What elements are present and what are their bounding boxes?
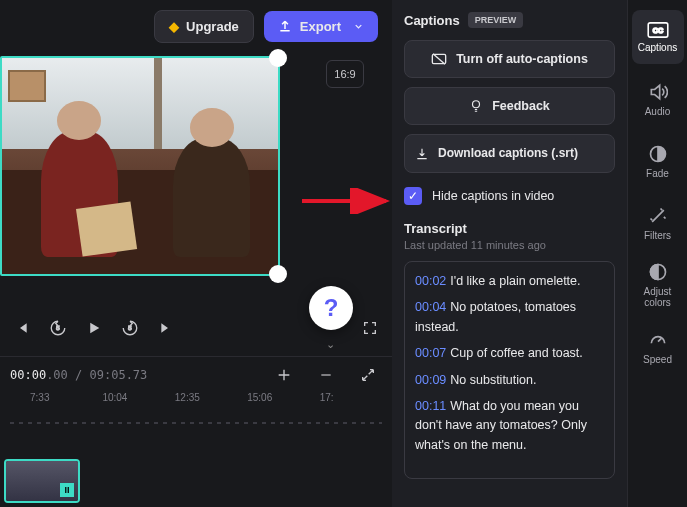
transcript-line[interactable]: 00:07Cup of coffee and toast. <box>415 344 604 363</box>
contrast-icon <box>648 262 668 282</box>
ruler-tick: 15:06 <box>247 392 319 418</box>
svg-point-5 <box>473 101 480 108</box>
transcript-line[interactable]: 00:04No potatoes, tomatoes instead. <box>415 298 604 337</box>
panel-title: Captions <box>404 13 460 28</box>
chevron-down-icon <box>353 21 364 32</box>
rail-label: Adjust colors <box>632 286 684 308</box>
rail-speed[interactable]: Speed <box>632 320 684 374</box>
timecode: 00:00.00 / 09:05.73 <box>10 368 147 382</box>
svg-text:5: 5 <box>56 325 60 331</box>
rewind-5-icon[interactable]: 5 <box>44 314 72 342</box>
gauge-icon <box>648 330 668 350</box>
skip-start-icon[interactable] <box>8 314 36 342</box>
checkbox-label: Hide captions in video <box>432 189 554 203</box>
top-bar: ◆ Upgrade Export <box>0 0 392 52</box>
speaker-icon <box>648 82 668 102</box>
svg-text:5: 5 <box>128 325 132 331</box>
export-button[interactable]: Export <box>264 11 378 42</box>
rail-label: Audio <box>645 106 671 117</box>
rail-fade[interactable]: Fade <box>632 134 684 188</box>
clip-pause-icon: II <box>60 483 74 497</box>
ruler-tick: 17: <box>320 392 392 418</box>
zoom-out-icon[interactable] <box>312 361 340 389</box>
transcript-line[interactable]: 00:09No substitution. <box>415 371 604 390</box>
export-label: Export <box>300 19 341 34</box>
hide-captions-row: ✓ Hide captions in video <box>404 187 615 205</box>
rail-label: Captions <box>638 42 677 53</box>
preview-badge: PREVIEW <box>468 12 524 28</box>
download-captions-button[interactable]: Download captions (.srt) <box>404 134 615 173</box>
upload-icon <box>278 19 292 33</box>
rail-label: Fade <box>646 168 669 179</box>
lightbulb-icon <box>469 99 483 113</box>
cc-icon: CC <box>647 22 669 38</box>
button-label: Turn off auto-captions <box>456 52 588 66</box>
timeline-tracks[interactable]: II <box>0 420 392 507</box>
captions-off-icon <box>431 52 447 66</box>
add-icon[interactable] <box>270 361 298 389</box>
resize-handle-tr[interactable] <box>269 49 287 67</box>
rail-filters[interactable]: Filters <box>632 196 684 250</box>
forward-5-icon[interactable]: 5 <box>116 314 144 342</box>
play-icon[interactable] <box>80 314 108 342</box>
resize-handle-br[interactable] <box>269 265 287 283</box>
rail-audio[interactable]: Audio <box>632 72 684 126</box>
svg-text:CC: CC <box>652 26 662 34</box>
transcript-line[interactable]: 00:11What do you mean you don't have any… <box>415 397 604 455</box>
right-rail: CC Captions Audio Fade Filters Adjust co… <box>627 0 687 507</box>
timeline-bar: 00:00.00 / 09:05.73 <box>0 356 392 392</box>
button-label: Download captions (.srt) <box>438 146 578 161</box>
aspect-ratio-button[interactable]: 16:9 <box>326 60 364 88</box>
transcript-heading: Transcript <box>404 221 615 236</box>
feedback-button[interactable]: Feedback <box>404 87 615 125</box>
collapse-chevron-icon[interactable]: ⌄ <box>326 338 335 351</box>
button-label: Feedback <box>492 99 550 113</box>
fade-icon <box>648 144 668 164</box>
hide-captions-checkbox[interactable]: ✓ <box>404 187 422 205</box>
turn-off-auto-captions-button[interactable]: Turn off auto-captions <box>404 40 615 78</box>
fit-icon[interactable] <box>354 361 382 389</box>
rail-label: Speed <box>643 354 672 365</box>
track-divider <box>10 422 382 424</box>
video-clip[interactable]: II <box>4 459 80 503</box>
ruler-tick: 10:04 <box>102 392 174 418</box>
diamond-icon: ◆ <box>169 19 179 34</box>
rail-captions[interactable]: CC Captions <box>632 10 684 64</box>
upgrade-button[interactable]: ◆ Upgrade <box>154 10 254 43</box>
ratio-label: 16:9 <box>334 68 355 80</box>
transcript-box[interactable]: 00:02I'd like a plain omelette. 00:04No … <box>404 261 615 479</box>
transcript-line[interactable]: 00:02I'd like a plain omelette. <box>415 272 604 291</box>
fullscreen-icon[interactable] <box>356 314 384 342</box>
ruler-tick: 7:33 <box>30 392 102 418</box>
ruler-tick: 12:35 <box>175 392 247 418</box>
rail-adjust-colors[interactable]: Adjust colors <box>632 258 684 312</box>
rail-label: Filters <box>644 230 671 241</box>
video-frame <box>2 58 278 274</box>
video-preview[interactable] <box>0 56 280 276</box>
transcript-updated: Last updated 11 minutes ago <box>404 239 615 251</box>
download-icon <box>415 147 429 161</box>
upgrade-label: Upgrade <box>186 19 239 34</box>
skip-end-icon[interactable] <box>152 314 180 342</box>
sparkle-icon <box>648 206 668 226</box>
timeline-ruler[interactable]: 7:33 10:04 12:35 15:06 17: <box>0 392 392 418</box>
annotation-arrow <box>300 188 396 214</box>
help-button[interactable]: ? <box>309 286 353 330</box>
captions-panel: Captions PREVIEW Turn off auto-captions … <box>392 0 627 507</box>
